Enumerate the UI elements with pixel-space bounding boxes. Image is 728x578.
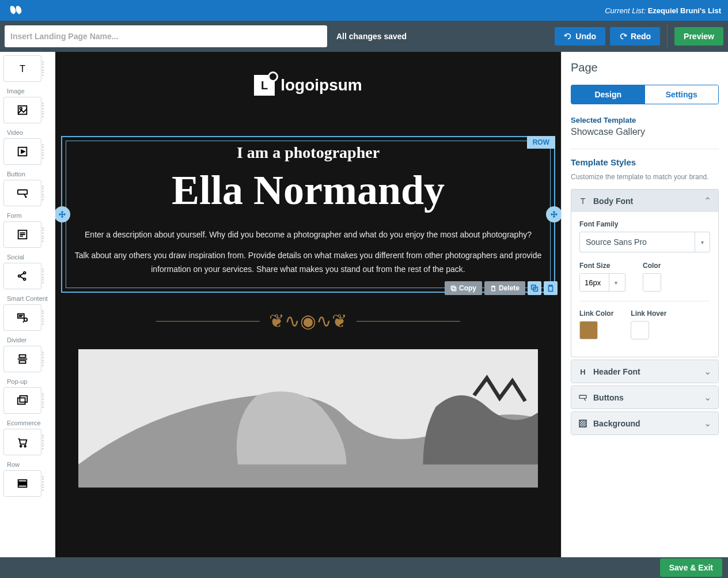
sidebar-item-popup[interactable]	[3, 387, 41, 414]
text-icon: T	[578, 197, 587, 206]
sidebar-item-row[interactable]	[3, 470, 41, 497]
svg-text:T: T	[20, 63, 25, 74]
sidebar-item-video[interactable]	[3, 138, 41, 165]
component-sidebar: T Image Video Button Form Social Smart C…	[0, 52, 55, 557]
sidebar-label-social: Social	[3, 254, 52, 260]
drag-handle-icon	[42, 351, 48, 367]
duplicate-icon-button[interactable]	[528, 281, 541, 295]
svg-rect-21	[20, 361, 26, 364]
svg-line-18	[23, 321, 24, 322]
panel-tabs: Design Settings	[571, 85, 719, 104]
svg-point-11	[24, 278, 26, 281]
sidebar-item-text[interactable]: T	[3, 55, 41, 82]
sidebar-item-button[interactable]	[3, 180, 41, 206]
sidebar-label-image: Image	[3, 88, 52, 95]
chevron-up-icon: ⌃	[704, 195, 711, 206]
redo-button[interactable]: Redo	[610, 27, 660, 46]
link-hover-label: Link Hover	[631, 309, 666, 318]
color-swatch[interactable]	[643, 273, 661, 292]
copy-row-button[interactable]: Copy	[445, 281, 482, 295]
sidebar-label-ecommerce: Ecommerce	[3, 420, 52, 426]
page-name-input[interactable]	[5, 25, 327, 47]
template-label: Selected Template	[571, 116, 719, 124]
template-styles-heading: Template Styles	[571, 157, 719, 167]
bottom-bar: Save & Exit	[0, 557, 728, 578]
gallery-image-placeholder[interactable]	[78, 349, 538, 488]
sidebar-item-smart-content[interactable]	[3, 304, 41, 331]
undo-button[interactable]: Undo	[555, 27, 605, 46]
panel-title: Page	[571, 61, 719, 74]
accordion-header-font: H Header Font ⌄	[571, 360, 719, 383]
svg-rect-4	[18, 190, 28, 194]
drag-handle-icon	[42, 392, 48, 409]
sidebar-label-divider: Divider	[3, 337, 52, 343]
chevron-down-icon: ▾	[695, 232, 710, 252]
sidebar-label-video: Video	[3, 129, 52, 136]
accordion-header-body-font[interactable]: T Body Font ⌃	[571, 190, 718, 212]
accordion-header-header-font[interactable]: H Header Font ⌄	[571, 360, 718, 383]
tab-settings[interactable]: Settings	[645, 85, 719, 104]
svg-text:H: H	[580, 368, 585, 376]
sidebar-item-form[interactable]	[3, 221, 41, 248]
sidebar-item-social[interactable]	[3, 263, 41, 289]
sidebar-label-smart-content: Smart Content	[3, 295, 52, 302]
svg-rect-36	[579, 395, 586, 398]
save-status: All changes saved	[336, 32, 407, 41]
chevron-down-icon: ▾	[609, 274, 623, 291]
tab-design[interactable]: Design	[571, 85, 645, 104]
svg-rect-19	[20, 355, 26, 358]
color-label: Color	[643, 262, 661, 270]
hero-title[interactable]: Ella Normandy	[74, 167, 542, 214]
sidebar-item-ecommerce[interactable]	[3, 429, 41, 455]
drag-handle-icon	[42, 268, 48, 284]
svg-rect-28	[18, 485, 27, 488]
font-size-input[interactable]: ▾	[579, 273, 625, 292]
accordion-header-background[interactable]: Background ⌄	[571, 412, 718, 435]
main-toolbar: All changes saved Undo Redo Preview	[0, 21, 728, 52]
brand-logo[interactable]	[7, 3, 25, 17]
properties-panel: Page Design Settings Selected Template S…	[561, 52, 728, 557]
selected-row[interactable]: ROW I am a photographer Ella Normandy En…	[61, 136, 555, 293]
panel-divider	[579, 301, 710, 301]
link-color-swatch[interactable]	[579, 321, 598, 339]
link-hover-swatch[interactable]	[631, 321, 649, 339]
svg-point-25	[24, 445, 26, 447]
preview-button[interactable]: Preview	[674, 27, 723, 46]
font-size-label: Font Size	[579, 262, 625, 270]
hero-subhead[interactable]: I am a photographer	[74, 143, 542, 162]
drag-handle-icon	[42, 309, 48, 326]
sidebar-item-divider[interactable]	[3, 346, 41, 372]
panel-divider	[571, 149, 719, 149]
logoipsum-text: logoipsum	[280, 76, 362, 95]
move-handle-right[interactable]	[546, 206, 561, 222]
drag-handle-icon	[42, 226, 48, 243]
header-icon: H	[578, 367, 587, 376]
drag-handle-icon	[42, 143, 48, 160]
svg-point-24	[20, 445, 22, 447]
svg-rect-26	[18, 480, 27, 482]
current-list-label: Current List: Ezequiel Bruni's List	[605, 6, 721, 15]
svg-point-2	[20, 107, 22, 109]
chevron-down-icon: ⌄	[704, 366, 711, 377]
svg-point-9	[18, 275, 21, 277]
svg-rect-22	[18, 398, 25, 404]
svg-line-41	[582, 422, 586, 427]
link-color-label: Link Color	[579, 309, 613, 318]
svg-rect-27	[18, 482, 27, 485]
row-badge: ROW	[527, 136, 555, 149]
chevron-down-icon: ⌄	[704, 392, 711, 403]
hero-desc-2[interactable]: Talk about any others you draw inspirati…	[74, 249, 542, 277]
drag-handle-icon	[42, 102, 48, 118]
background-icon	[578, 419, 587, 428]
svg-text:T: T	[581, 197, 586, 206]
template-styles-sub: Customize the template to match your bra…	[571, 173, 719, 181]
save-exit-button[interactable]: Save & Exit	[660, 558, 722, 577]
delete-row-button[interactable]: Delete	[484, 281, 525, 295]
trash-icon-button[interactable]	[544, 281, 558, 295]
sidebar-item-image[interactable]	[3, 97, 41, 123]
hero-desc-1[interactable]: Enter a description about yourself. Why …	[74, 228, 542, 242]
accordion-header-buttons[interactable]: Buttons ⌄	[571, 386, 718, 409]
canvas-area[interactable]: L logoipsum ROW I am a photographer Ella…	[55, 52, 561, 557]
swirl-icon: ❦∿◉∿❦	[269, 310, 347, 332]
font-family-select[interactable]: Source Sans Pro ▾	[579, 232, 710, 252]
